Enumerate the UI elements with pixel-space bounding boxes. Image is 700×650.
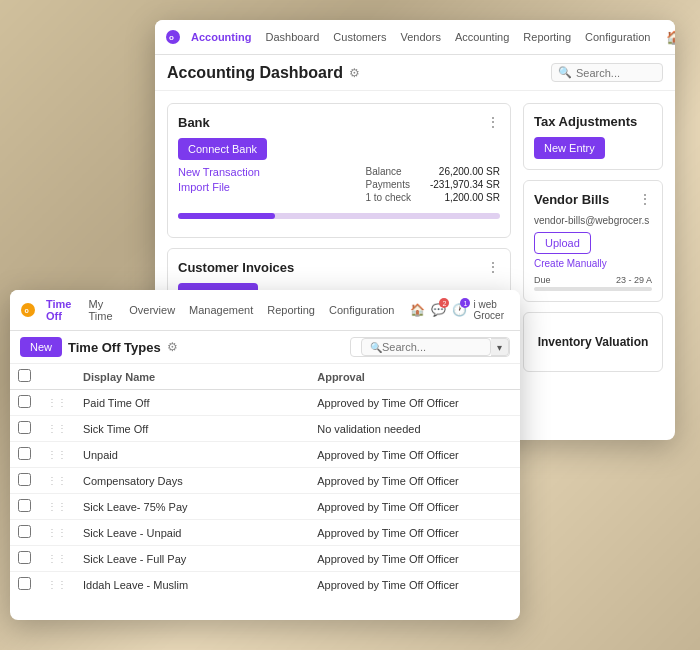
nav-item-accounting[interactable]: Accounting	[187, 29, 256, 45]
bank-details: New Transaction Import File Balance 26,2…	[178, 166, 500, 205]
approval-cell: Approved by Time Off Officer	[309, 468, 520, 494]
payments-row: Payments -231,970.34 SR	[365, 179, 500, 190]
accounting-search[interactable]: 🔍	[551, 63, 663, 82]
display-name-cell: Sick Leave- 75% Pay	[75, 494, 309, 520]
connect-bank-button[interactable]: Connect Bank	[178, 138, 267, 160]
nav-item-accounting2[interactable]: Accounting	[451, 29, 513, 45]
timeoff-gear-icon[interactable]: ⚙	[167, 340, 178, 354]
upload-button[interactable]: Upload	[534, 232, 591, 254]
nav-item-to-configuration[interactable]: Configuration	[325, 302, 398, 318]
vendor-email: vendor-bills@webgrocer.s	[534, 215, 652, 226]
nav-icons: 🏠 💬 2 🕐 1 1 web	[666, 26, 675, 48]
home-icon[interactable]: 🏠	[666, 30, 675, 45]
tax-adjustments-card: Tax Adjustments New Entry	[523, 103, 663, 170]
settings-gear-icon[interactable]: ⚙	[349, 66, 360, 80]
new-entry-button[interactable]: New Entry	[534, 137, 605, 159]
nav-item-reporting[interactable]: Reporting	[519, 29, 575, 45]
search-input[interactable]	[576, 67, 656, 79]
row-checkbox-cell[interactable]	[10, 416, 39, 442]
drag-handle[interactable]: ⋮⋮	[39, 494, 75, 520]
vendor-due-bar: Due 23 - 29 A	[534, 275, 652, 291]
search-dropdown-button[interactable]: ▾	[491, 338, 509, 356]
timeoff-window: o Time Off My Time Overview Management R…	[10, 290, 520, 620]
timeoff-home-icon[interactable]: 🏠	[410, 303, 425, 317]
display-name-header[interactable]: Display Name	[75, 364, 309, 390]
invoices-card-title: Customer Invoices	[178, 260, 294, 275]
balance-value: 26,200.00 SR	[439, 166, 500, 177]
timeoff-page-header: New Time Off Types ⚙ 🔍 ▾	[10, 331, 520, 364]
row-checkbox[interactable]	[18, 577, 31, 590]
table-row[interactable]: ⋮⋮ Iddah Leave - Muslim Approved by Time…	[10, 572, 520, 595]
row-checkbox[interactable]	[18, 447, 31, 460]
invoices-card-menu[interactable]: ⋮	[486, 259, 500, 275]
timeoff-nav-icons: 🏠 💬 2 🕐 1 i web Grocer	[410, 299, 510, 321]
table-row[interactable]: ⋮⋮ Sick Leave - Unpaid Approved by Time …	[10, 520, 520, 546]
inventory-valuation-title: Inventory Valuation	[538, 335, 649, 349]
drag-handle[interactable]: ⋮⋮	[39, 520, 75, 546]
page-title: Accounting Dashboard	[167, 64, 343, 82]
table-row[interactable]: ⋮⋮ Compensatory Days Approved by Time Of…	[10, 468, 520, 494]
nav-item-overview[interactable]: Overview	[125, 302, 179, 318]
row-checkbox-cell[interactable]	[10, 546, 39, 572]
drag-handle[interactable]: ⋮⋮	[39, 546, 75, 572]
row-checkbox[interactable]	[18, 525, 31, 538]
table-row[interactable]: ⋮⋮ Paid Time Off Approved by Time Off Of…	[10, 390, 520, 416]
balance-label: Balance	[365, 166, 401, 177]
row-checkbox-cell[interactable]	[10, 572, 39, 595]
row-checkbox[interactable]	[18, 421, 31, 434]
row-checkbox[interactable]	[18, 395, 31, 408]
timeoff-table-head: Display Name Approval	[10, 364, 520, 390]
new-timeoff-button[interactable]: New	[20, 337, 62, 357]
timeoff-search[interactable]: 🔍	[361, 338, 491, 356]
table-row[interactable]: ⋮⋮ Unpaid Approved by Time Off Officer	[10, 442, 520, 468]
row-checkbox[interactable]	[18, 473, 31, 486]
row-checkbox-cell[interactable]	[10, 468, 39, 494]
table-row[interactable]: ⋮⋮ Sick Leave- 75% Pay Approved by Time …	[10, 494, 520, 520]
table-row[interactable]: ⋮⋮ Sick Leave - Full Pay Approved by Tim…	[10, 546, 520, 572]
bank-card-menu[interactable]: ⋮	[486, 114, 500, 130]
bank-card-header: Bank ⋮	[178, 114, 500, 130]
table-row[interactable]: ⋮⋮ Sick Time Off No validation needed	[10, 416, 520, 442]
drag-handle-header	[39, 364, 75, 390]
nav-item-configuration[interactable]: Configuration	[581, 29, 654, 45]
approval-cell: Approved by Time Off Officer	[309, 494, 520, 520]
vendor-due-label: Due 23 - 29 A	[534, 275, 652, 285]
row-checkbox-cell[interactable]	[10, 442, 39, 468]
row-checkbox-cell[interactable]	[10, 494, 39, 520]
nav-item-customers[interactable]: Customers	[329, 29, 390, 45]
timeoff-nav: o Time Off My Time Overview Management R…	[10, 290, 520, 331]
timeoff-messages-badge[interactable]: 💬 2	[431, 301, 446, 319]
timeoff-search-input[interactable]	[382, 341, 482, 353]
timeoff-table-header-row: Display Name Approval	[10, 364, 520, 390]
nav-item-mytime[interactable]: My Time	[85, 296, 120, 324]
nav-item-dashboard[interactable]: Dashboard	[262, 29, 324, 45]
timeoff-search-icon: 🔍	[370, 342, 382, 353]
timeoff-activity-badge[interactable]: 🕐 1	[452, 301, 467, 319]
drag-handle[interactable]: ⋮⋮	[39, 390, 75, 416]
accounting-page-header: Accounting Dashboard ⚙ 🔍	[155, 55, 675, 91]
nav-item-to-reporting[interactable]: Reporting	[263, 302, 319, 318]
new-transaction-link[interactable]: New Transaction	[178, 166, 260, 178]
select-all-checkbox[interactable]	[18, 369, 31, 382]
drag-handle[interactable]: ⋮⋮	[39, 442, 75, 468]
drag-handle[interactable]: ⋮⋮	[39, 468, 75, 494]
nav-item-management[interactable]: Management	[185, 302, 257, 318]
nav-item-vendors[interactable]: Vendors	[397, 29, 445, 45]
approval-header[interactable]: Approval	[309, 364, 520, 390]
create-manually-link[interactable]: Create Manually	[534, 258, 652, 269]
select-all-checkbox-header[interactable]	[10, 364, 39, 390]
check-row: 1 to check 1,200.00 SR	[365, 192, 500, 203]
row-checkbox[interactable]	[18, 499, 31, 512]
display-name-cell: Sick Leave - Full Pay	[75, 546, 309, 572]
vendor-card-menu[interactable]: ⋮	[638, 191, 652, 207]
drag-handle[interactable]: ⋮⋮	[39, 572, 75, 595]
drag-handle[interactable]: ⋮⋮	[39, 416, 75, 442]
timeoff-search-wrap[interactable]: 🔍 ▾	[350, 337, 510, 357]
vendor-bills-card: Vendor Bills ⋮ vendor-bills@webgrocer.s …	[523, 180, 663, 302]
row-checkbox-cell[interactable]	[10, 390, 39, 416]
timeoff-app-name[interactable]: Time Off	[42, 296, 79, 324]
row-checkbox-cell[interactable]	[10, 520, 39, 546]
import-file-link[interactable]: Import File	[178, 181, 260, 193]
row-checkbox[interactable]	[18, 551, 31, 564]
bank-progress-bar	[178, 213, 500, 219]
